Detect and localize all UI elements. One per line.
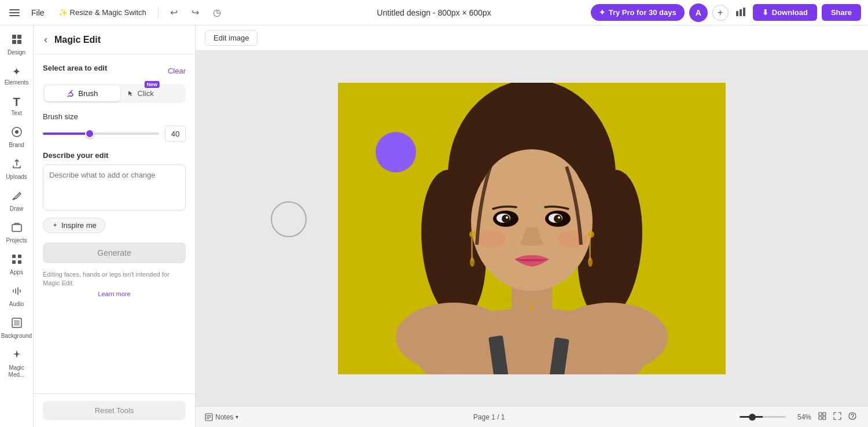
background-icon	[11, 317, 23, 332]
design-title: Untitled design - 800px × 600px	[377, 8, 491, 17]
audio-label: Audio	[9, 301, 24, 308]
undo-button[interactable]: ↩	[165, 5, 182, 20]
view-buttons	[816, 411, 859, 423]
sidebar-item-magic-media[interactable]: Magic Med...	[2, 345, 32, 382]
draw-label: Draw	[10, 205, 23, 212]
notes-button[interactable]: Notes ▾	[205, 413, 238, 421]
edit-image-bar: Edit image	[196, 25, 868, 51]
sidebar-item-projects[interactable]: Projects	[2, 218, 32, 248]
grid-view-button[interactable]	[816, 411, 829, 423]
clear-button[interactable]: Clear	[168, 67, 186, 75]
download-button[interactable]: ⬇ Download	[753, 4, 817, 21]
svg-rect-52	[823, 417, 826, 419]
inspire-icon	[52, 222, 58, 229]
avatar-button[interactable]: A	[689, 3, 708, 22]
back-button[interactable]: ‹	[43, 32, 49, 47]
analytics-button[interactable]	[733, 4, 748, 21]
svg-point-41	[470, 257, 475, 267]
sidebar-item-uploads[interactable]: Uploads	[2, 154, 32, 184]
sidebar-item-draw[interactable]: Draw	[2, 186, 32, 216]
svg-point-33	[502, 215, 510, 223]
audio-icon	[11, 285, 23, 300]
fullscreen-icon	[833, 412, 841, 420]
learn-more-link[interactable]: Learn more	[43, 290, 186, 297]
brush-cursor	[271, 201, 307, 237]
select-area-section-header: Select area to edit Clear	[43, 64, 186, 78]
help-button[interactable]	[846, 411, 859, 423]
try-pro-icon: ✦	[599, 8, 605, 17]
sidebar-item-audio[interactable]: Audio	[2, 282, 32, 311]
svg-rect-5	[743, 8, 745, 16]
sidebar-item-background[interactable]: Background	[2, 314, 32, 343]
bottom-bar: Notes ▾ Page 1 / 1 54%	[196, 406, 868, 427]
brand-icon	[11, 126, 23, 141]
svg-rect-1	[9, 12, 20, 13]
brush-mode-button[interactable]: Brush	[45, 86, 120, 101]
file-menu-button[interactable]: File	[27, 6, 49, 20]
reset-tools-button[interactable]: Reset Tools	[43, 401, 186, 420]
new-badge: New	[144, 81, 160, 88]
sidebar-item-text[interactable]: T Text	[2, 92, 32, 120]
svg-rect-7	[17, 35, 21, 39]
canvas-workspace[interactable]	[196, 51, 868, 406]
projects-icon	[11, 222, 23, 236]
timer-button[interactable]: ◷	[208, 5, 226, 20]
share-button[interactable]: Share	[822, 4, 861, 21]
left-nav: Design ✦ Elements T Text Brand	[0, 25, 34, 427]
brush-size-slider[interactable]	[43, 132, 159, 135]
svg-rect-16	[18, 260, 21, 264]
main-body: Design ✦ Elements T Text Brand	[0, 25, 868, 427]
brush-size-label: Brush size	[43, 112, 186, 121]
click-icon	[126, 90, 134, 98]
resize-magic-switch-button[interactable]: ✨ Resize & Magic Switch	[54, 6, 151, 19]
uploads-label: Uploads	[6, 174, 27, 181]
svg-point-54	[852, 418, 852, 418]
svg-point-47	[529, 305, 534, 310]
svg-point-36	[558, 216, 560, 219]
generate-button[interactable]: Generate	[43, 242, 186, 263]
panel-content: Select area to edit Clear Brush New	[34, 54, 195, 393]
brush-size-row: 40	[43, 126, 186, 142]
zoom-slider[interactable]	[740, 416, 786, 418]
svg-rect-13	[12, 255, 16, 258]
text-icon: T	[13, 95, 20, 109]
svg-rect-12	[12, 224, 21, 231]
svg-rect-6	[12, 35, 16, 39]
sidebar-item-design[interactable]: Design	[2, 30, 32, 60]
sidebar-item-apps[interactable]: Apps	[2, 250, 32, 279]
svg-rect-15	[12, 260, 16, 264]
sidebar-item-elements[interactable]: ✦ Elements	[2, 62, 32, 90]
mode-toggle: Brush New Click	[43, 84, 186, 103]
inspire-me-button[interactable]: Inspire me	[43, 218, 105, 233]
page-info: Page 1 / 1	[473, 413, 505, 421]
svg-point-42	[587, 231, 594, 238]
text-label: Text	[11, 110, 21, 117]
elements-label: Elements	[5, 79, 29, 86]
try-pro-button[interactable]: ✦ Try Pro for 30 days	[591, 4, 685, 21]
svg-rect-14	[18, 255, 21, 258]
describe-label: Describe your edit	[43, 151, 186, 160]
svg-point-44	[588, 257, 593, 267]
svg-rect-2	[9, 15, 20, 16]
add-collaborator-button[interactable]: +	[712, 5, 729, 21]
redo-button[interactable]: ↪	[187, 5, 204, 20]
describe-textarea[interactable]	[43, 164, 186, 211]
magic-switch-icon: ✨	[58, 8, 68, 17]
topbar-right: ✦ Try Pro for 30 days A + ⬇ Download Sha…	[579, 3, 861, 22]
portrait-svg	[338, 83, 726, 374]
topbar: File ✨ Resize & Magic Switch ↩ ↪ ◷ Untit…	[0, 0, 868, 25]
sidebar-item-brand[interactable]: Brand	[2, 123, 32, 152]
zoom-level: 54%	[790, 413, 811, 421]
svg-point-37	[477, 230, 506, 248]
fullscreen-button[interactable]	[831, 411, 844, 423]
click-mode-button[interactable]: Click	[120, 86, 160, 101]
svg-point-25	[552, 303, 668, 372]
svg-point-38	[558, 230, 587, 248]
canvas-image	[338, 83, 726, 374]
hamburger-button[interactable]	[7, 5, 22, 20]
svg-point-35	[506, 216, 508, 219]
svg-rect-50	[823, 413, 826, 415]
edit-image-button[interactable]: Edit image	[205, 30, 258, 46]
design-label: Design	[8, 49, 25, 56]
select-area-label: Select area to edit	[43, 64, 107, 72]
